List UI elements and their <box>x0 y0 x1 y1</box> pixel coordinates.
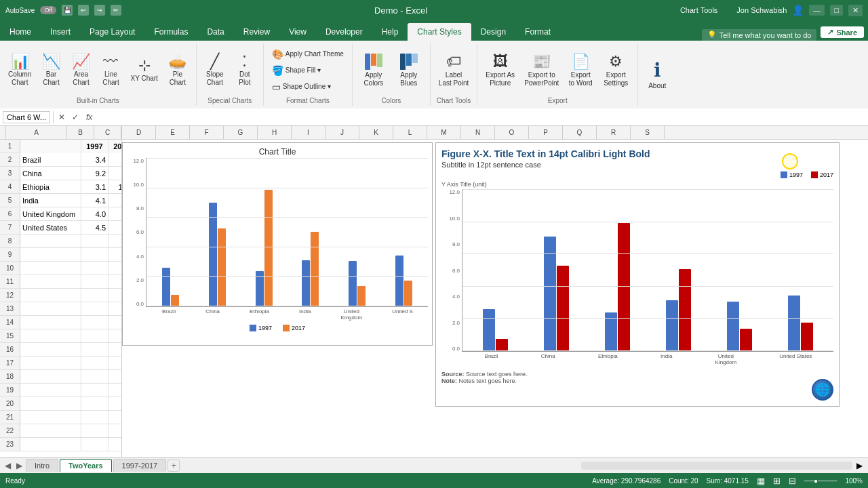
list-item[interactable]: 1.0 <box>108 153 121 167</box>
tab-help[interactable]: Help <box>372 23 408 41</box>
tab-scroll-right[interactable]: ▶ <box>14 461 24 470</box>
tab-formulas[interactable]: Formulas <box>144 23 197 41</box>
slope-chart-button[interactable]: ╱ SlopeChart <box>201 52 229 89</box>
list-item[interactable]: India <box>20 194 81 207</box>
tab-chart-styles[interactable]: Chart Styles <box>408 23 471 41</box>
cancel-formula-button[interactable]: ✕ <box>56 113 67 122</box>
zoom-slider[interactable]: ──●──── <box>804 477 837 485</box>
list-item[interactable] <box>20 438 81 451</box>
maximize-button[interactable]: □ <box>830 5 843 16</box>
tab-developer[interactable]: Developer <box>316 23 372 41</box>
export-as-picture-button[interactable]: 🖼 Export AsPicture <box>481 50 519 89</box>
list-item[interactable]: Brazil <box>20 153 81 167</box>
list-item[interactable] <box>108 275 121 289</box>
list-item[interactable] <box>108 235 121 248</box>
list-item[interactable] <box>108 302 121 316</box>
list-item[interactable] <box>81 397 108 411</box>
form-icon[interactable]: ✏ <box>111 5 121 16</box>
list-item[interactable]: 3.1 <box>81 180 108 194</box>
list-item[interactable] <box>108 357 121 370</box>
apply-blues-button[interactable]: ApplyBlues <box>392 51 426 90</box>
list-item[interactable]: 4.0 <box>81 207 108 221</box>
list-item[interactable] <box>108 262 121 275</box>
list-item[interactable]: 4.1 <box>81 194 108 207</box>
list-item[interactable] <box>108 397 121 411</box>
list-item[interactable] <box>108 438 121 451</box>
list-item[interactable]: 4.5 <box>81 221 108 235</box>
shape-outline-button[interactable]: ▭ Shape Outline ▾ <box>268 79 335 94</box>
list-item[interactable] <box>108 248 121 262</box>
scroll-right-btn[interactable]: ▶ <box>854 461 865 470</box>
list-item[interactable] <box>108 343 121 357</box>
list-item[interactable]: 6.6 <box>108 194 121 207</box>
tab-page-layout[interactable]: Page Layout <box>80 23 144 41</box>
tab-format[interactable]: Format <box>515 23 560 41</box>
close-button[interactable]: ✕ <box>848 5 863 16</box>
list-item[interactable] <box>20 370 81 384</box>
list-item[interactable] <box>20 302 81 316</box>
list-item[interactable] <box>20 411 81 424</box>
list-item[interactable] <box>81 357 108 370</box>
list-item[interactable] <box>20 275 81 289</box>
list-item[interactable] <box>108 411 121 424</box>
list-item[interactable] <box>20 384 81 397</box>
list-item[interactable] <box>108 370 121 384</box>
about-button[interactable]: ℹ About <box>642 56 672 93</box>
list-item[interactable] <box>81 316 108 329</box>
minimize-button[interactable]: — <box>809 5 825 16</box>
list-item[interactable] <box>81 275 108 289</box>
list-item[interactable] <box>20 289 81 302</box>
page-break-view-icon[interactable]: ⊟ <box>789 476 796 486</box>
list-item[interactable] <box>20 262 81 275</box>
list-item[interactable] <box>81 384 108 397</box>
tab-insert[interactable]: Insert <box>41 23 80 41</box>
export-to-word-button[interactable]: 📄 Exportto Word <box>564 50 597 89</box>
add-sheet-button[interactable]: + <box>167 460 180 472</box>
list-item[interactable]: 9.2 <box>81 167 108 180</box>
autosave-toggle[interactable]: Off <box>40 6 56 14</box>
list-item[interactable] <box>81 289 108 302</box>
save-icon[interactable]: 💾 <box>62 5 73 16</box>
tab-home[interactable]: Home <box>0 23 41 41</box>
list-item[interactable]: United States <box>20 221 81 235</box>
tab-view[interactable]: View <box>279 23 316 41</box>
tab-data[interactable]: Data <box>197 23 233 41</box>
list-item[interactable] <box>108 329 121 343</box>
list-item[interactable]: 2.3 <box>108 221 121 235</box>
tab-design[interactable]: Design <box>471 23 515 41</box>
list-item[interactable]: 3.4 <box>81 153 108 167</box>
page-layout-view-icon[interactable]: ⊞ <box>773 476 781 486</box>
list-item[interactable] <box>20 424 81 438</box>
normal-view-icon[interactable]: ▦ <box>757 476 765 486</box>
list-item[interactable]: 6.9 <box>108 167 121 180</box>
xy-chart-button[interactable]: ⊹ XY Chart <box>126 56 161 85</box>
export-settings-button[interactable]: ⚙ ExportSettings <box>598 50 633 89</box>
list-item[interactable] <box>20 140 81 153</box>
area-chart-button[interactable]: 📈 AreaChart <box>66 52 95 89</box>
formula-input[interactable] <box>98 112 865 123</box>
tab-review[interactable]: Review <box>234 23 279 41</box>
function-button[interactable]: fx <box>83 113 95 122</box>
list-item[interactable] <box>20 235 81 248</box>
export-to-powerpoint-button[interactable]: 📰 Export toPowerPoint <box>520 50 563 89</box>
list-item[interactable] <box>81 262 108 275</box>
sheet-tab-twoyears[interactable]: TwoYears <box>60 459 112 472</box>
list-item[interactable] <box>20 397 81 411</box>
apply-colors-button[interactable]: ApplyColors <box>357 51 391 90</box>
sheet-tab-1997-2017[interactable]: 1997-2017 <box>113 459 167 472</box>
undo-icon[interactable]: ↩ <box>78 5 89 16</box>
tell-me-input[interactable]: 💡 Tell me what you want to do <box>702 29 817 41</box>
cell-reference-input[interactable] <box>3 111 50 123</box>
list-item[interactable] <box>81 302 108 316</box>
list-item[interactable]: 1997 <box>81 140 108 153</box>
redo-icon[interactable]: ↪ <box>94 5 105 16</box>
label-last-point-button[interactable]: 🏷 LabelLast Point <box>435 50 473 89</box>
list-item[interactable] <box>108 289 121 302</box>
list-item[interactable]: Ethiopia <box>20 180 81 194</box>
list-item[interactable]: 1.8 <box>108 207 121 221</box>
shape-fill-button[interactable]: 🪣 Shape Fill ▾ <box>268 63 325 78</box>
share-button[interactable]: ↗Share <box>821 26 864 38</box>
list-item[interactable] <box>20 357 81 370</box>
list-item[interactable] <box>81 424 108 438</box>
chart1[interactable]: Chart Title 12.0 10.0 8.0 6.0 4.0 2.0 0.… <box>122 142 433 346</box>
